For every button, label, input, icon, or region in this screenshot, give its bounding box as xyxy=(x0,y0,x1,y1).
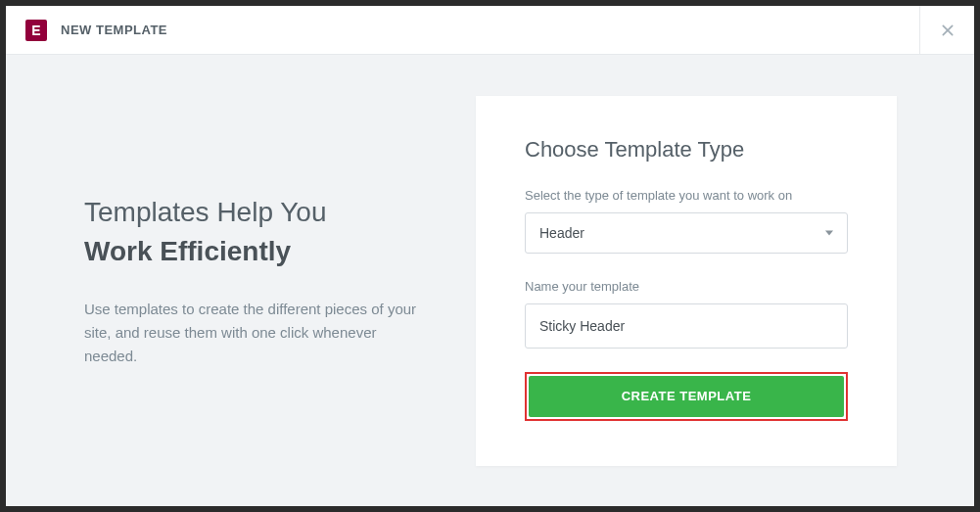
form-title: Choose Template Type xyxy=(525,137,848,163)
type-field-label: Select the type of template you want to … xyxy=(525,188,848,203)
headline: Templates Help You Work Efficiently xyxy=(84,193,437,269)
create-button-highlight: CREATE TEMPLATE xyxy=(525,372,848,421)
create-template-button[interactable]: CREATE TEMPLATE xyxy=(529,376,844,417)
modal-title: NEW TEMPLATE xyxy=(61,23,167,37)
name-field-label: Name your template xyxy=(525,279,848,294)
headline-line2: Work Efficiently xyxy=(84,232,437,270)
intro-panel: Templates Help You Work Efficiently Use … xyxy=(6,193,476,367)
logo-letter: E xyxy=(31,23,40,38)
modal-header: E NEW TEMPLATE xyxy=(6,6,974,55)
elementor-logo: E xyxy=(25,20,47,41)
modal-body: Templates Help You Work Efficiently Use … xyxy=(6,55,974,506)
form-card: Choose Template Type Select the type of … xyxy=(476,96,897,466)
template-name-input[interactable] xyxy=(525,303,848,349)
headline-line1: Templates Help You xyxy=(84,193,437,231)
close-button[interactable] xyxy=(919,6,974,55)
close-icon xyxy=(940,23,956,38)
intro-subtext: Use templates to create the different pi… xyxy=(84,298,417,368)
chevron-down-icon xyxy=(825,230,833,235)
modal-frame: E NEW TEMPLATE Templates Help You Work E… xyxy=(6,6,974,506)
create-button-label: CREATE TEMPLATE xyxy=(622,389,752,403)
template-type-select[interactable]: Header xyxy=(525,212,848,254)
select-value: Header xyxy=(539,225,584,241)
